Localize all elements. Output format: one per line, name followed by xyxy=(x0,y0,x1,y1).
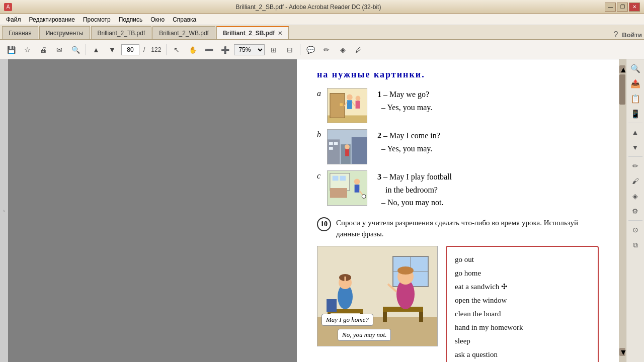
zoom-out-toolbar-button[interactable]: 🔍 xyxy=(68,43,83,57)
markup-button[interactable]: ◈ xyxy=(336,43,350,57)
email-button[interactable]: ✉ xyxy=(52,43,66,57)
right-tool-panel: 🔍 📤 📋 📱 ▲ ▼ ✏ 🖌 ◈ ⚙ ⊙ ⧉ xyxy=(626,59,644,362)
window-title: Brilliant_2_SB.pdf - Adobe Acrobat Reade… xyxy=(12,4,605,11)
menu-bar: Файл Редактирование Просмотр Подпись Окн… xyxy=(0,14,644,25)
stamp-button[interactable]: 🖊 xyxy=(352,43,366,57)
page-number-input[interactable]: 80 xyxy=(121,44,139,55)
exercise-10: 10 Спроси у учителя разрешения сделать ч… xyxy=(317,217,599,362)
toolbar: 💾 ☆ 🖨 ✉ 🔍 ▲ ▼ 80 / 122 ↖ ✋ ➖ ➕ 75% 100% … xyxy=(0,40,644,59)
next-page-button[interactable]: ▼ xyxy=(105,43,119,57)
exercise-a-text: 1 – May we go? – Yes, you may. xyxy=(377,88,432,114)
right-share-button[interactable]: 📱 xyxy=(628,107,642,121)
right-search-button[interactable]: 🔍 xyxy=(628,61,642,75)
right-layers-button[interactable]: ⧉ xyxy=(628,238,642,252)
tab-tools[interactable]: Инструменты xyxy=(39,26,90,39)
exercise-a-label: a xyxy=(317,88,327,98)
prev-page-button[interactable]: ▲ xyxy=(89,43,103,57)
svg-rect-15 xyxy=(334,142,338,145)
select-tool-button[interactable]: ↖ xyxy=(170,43,184,57)
svg-rect-16 xyxy=(329,147,333,150)
tab-wb[interactable]: Brilliant_2_WB.pdf xyxy=(152,26,215,39)
svg-rect-23 xyxy=(330,188,347,198)
login-button[interactable]: Войти xyxy=(622,31,642,39)
phrase-eat: eat a sandwich ✣ xyxy=(455,280,590,294)
comment-button[interactable]: 💬 xyxy=(303,43,317,57)
tab-tb[interactable]: Brilliant_2_TB.pdf xyxy=(91,26,152,39)
minimize-button[interactable]: — xyxy=(605,3,616,12)
svg-point-27 xyxy=(362,195,366,199)
exercise-10-illustration: May I go home? No, you may not. xyxy=(317,246,438,346)
tab-close-icon[interactable]: ✕ xyxy=(278,30,282,37)
menu-window[interactable]: Окно xyxy=(146,15,169,24)
right-panel-separator-3 xyxy=(628,220,642,221)
svg-rect-48 xyxy=(327,299,337,312)
tab-sb[interactable]: Brilliant_2_SB.pdf ✕ xyxy=(216,26,289,39)
illustration-a-svg xyxy=(328,88,367,123)
phrase-question: ask a question xyxy=(455,348,590,361)
svg-rect-35 xyxy=(383,312,387,322)
right-scroll-down[interactable]: ▼ xyxy=(628,140,642,154)
right-erase-button[interactable]: ◈ xyxy=(628,189,642,203)
illustration-b-svg xyxy=(328,129,367,164)
tab-bar-right: ? Войти xyxy=(613,30,644,39)
separator-1 xyxy=(86,44,86,55)
window-controls: — ❐ ✕ xyxy=(605,3,640,12)
svg-rect-5 xyxy=(347,100,352,109)
pdf-content: на нужные картинки. a xyxy=(317,69,599,362)
hand-tool-button[interactable]: ✋ xyxy=(186,43,200,57)
main-area: › ▲ ▼ на нужные картинки. a xyxy=(0,59,644,362)
menu-sign[interactable]: Подпись xyxy=(115,15,147,24)
zoom-select[interactable]: 75% 100% 125% 150% xyxy=(234,44,265,55)
pdf-background: ▲ ▼ на нужные картинки. a xyxy=(8,59,626,362)
exercise-b-row: b xyxy=(317,129,599,164)
menu-help[interactable]: Справка xyxy=(169,15,200,24)
fit-width-button[interactable]: ⊟ xyxy=(283,43,297,57)
pdf-page: на нужные картинки. a xyxy=(297,59,619,362)
right-circle-button[interactable]: ⊙ xyxy=(628,223,642,237)
scroll-thumb[interactable] xyxy=(619,74,625,105)
exercise-c-image xyxy=(327,170,367,206)
right-export-button[interactable]: 📤 xyxy=(628,76,642,90)
right-comment-button[interactable]: 📋 xyxy=(628,92,642,106)
zoom-out-button[interactable]: ➖ xyxy=(202,43,216,57)
save-button[interactable]: 💾 xyxy=(4,43,18,57)
right-panel-separator-1 xyxy=(628,123,642,123)
exercise-c-label: c xyxy=(317,170,327,180)
restore-button[interactable]: ❐ xyxy=(617,3,628,12)
right-scroll-up[interactable]: ▲ xyxy=(628,125,642,139)
scroll-up-arrow[interactable]: ▲ xyxy=(619,65,625,73)
bookmark-button[interactable]: ☆ xyxy=(20,43,34,57)
right-more-button[interactable]: ⚙ xyxy=(628,204,642,218)
vertical-scrollbar[interactable]: ▲ ▼ xyxy=(619,59,626,362)
fit-page-button[interactable]: ⊞ xyxy=(267,43,281,57)
exercise-b-label: b xyxy=(317,129,327,139)
page-total: 122 xyxy=(149,46,163,53)
svg-rect-9 xyxy=(356,101,360,109)
phrase-box: go out go home eat a sandwich ✣ open the… xyxy=(446,246,599,362)
menu-file[interactable]: Файл xyxy=(2,15,25,24)
menu-view[interactable]: Просмотр xyxy=(79,15,115,24)
print-button[interactable]: 🖨 xyxy=(36,43,50,57)
zoom-in-button[interactable]: ➕ xyxy=(218,43,232,57)
tab-bar: Главная Инструменты Brilliant_2_TB.pdf B… xyxy=(0,25,644,40)
scroll-down-arrow[interactable]: ▼ xyxy=(619,348,625,356)
highlight-button[interactable]: ✏ xyxy=(319,43,334,57)
exercise-c-row: c xyxy=(317,170,599,209)
exercise-10-body: May I go home? No, you may not. go out g… xyxy=(317,246,599,362)
svg-rect-14 xyxy=(329,142,333,145)
phrase-board: clean the board xyxy=(455,307,590,321)
exercise-10-title: Спроси у учителя разрешения сделать что-… xyxy=(336,217,599,240)
help-icon[interactable]: ? xyxy=(613,30,618,39)
right-edit-button[interactable]: ✏ xyxy=(628,159,642,173)
svg-rect-22 xyxy=(340,176,346,181)
right-highlight-button[interactable]: 🖌 xyxy=(628,174,642,188)
close-button[interactable]: ✕ xyxy=(629,3,640,12)
tab-home[interactable]: Главная xyxy=(2,26,38,39)
title-bar: A Brilliant_2_SB.pdf - Adobe Acrobat Rea… xyxy=(0,0,644,14)
exercise-a-row: a xyxy=(317,88,599,123)
separator-3 xyxy=(300,44,300,55)
menu-edit[interactable]: Редактирование xyxy=(25,15,79,24)
page-separator: / xyxy=(141,46,147,53)
phrase-go-home: go home xyxy=(455,266,590,280)
left-sidebar-toggle[interactable]: › xyxy=(0,59,8,362)
